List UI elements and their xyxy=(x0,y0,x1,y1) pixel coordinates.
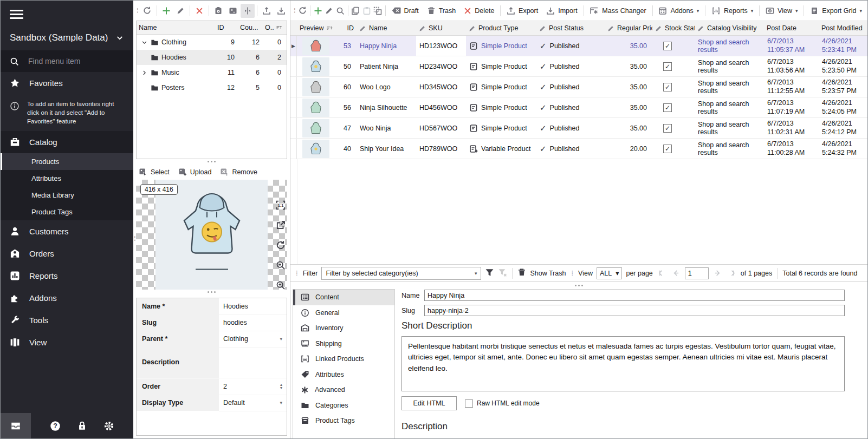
sidebar-item-customers[interactable]: Customers xyxy=(1,220,133,243)
addons-dropdown-button[interactable]: Addons▾ xyxy=(655,4,703,18)
clear-filter-icon[interactable] xyxy=(498,268,507,279)
horizontal-splitter[interactable] xyxy=(290,283,867,288)
sidebar-item-tools[interactable]: Tools xyxy=(1,309,133,331)
prop-slug-value[interactable]: hoodies xyxy=(219,314,287,331)
toolbar-grip[interactable]: ⁞ xyxy=(569,269,574,277)
sku-inline-editor[interactable]: HD123WOO xyxy=(416,36,466,56)
tab-linked-products[interactable]: Linked Products xyxy=(293,351,394,367)
sidebar-item-products[interactable]: Products xyxy=(1,153,133,170)
sidebar-item-catalog[interactable]: Catalog xyxy=(1,131,133,153)
first-page-icon[interactable] xyxy=(657,270,667,277)
select-image-button[interactable]: Select xyxy=(139,168,170,176)
stock-checkbox[interactable]: ✓ xyxy=(663,103,672,112)
image-adjust-button[interactable] xyxy=(226,4,240,18)
settings-button[interactable] xyxy=(103,421,114,431)
panel-grip[interactable]: ⁞ xyxy=(134,234,136,243)
category-row-music[interactable]: Music 11 6 0 xyxy=(137,65,287,80)
horizontal-splitter[interactable] xyxy=(133,159,290,165)
refresh-button[interactable] xyxy=(140,4,154,18)
refresh-products-button[interactable] xyxy=(297,4,308,18)
toolbar-grip[interactable]: ⁞ xyxy=(135,6,140,15)
view-dropdown-button[interactable]: View▾ xyxy=(762,4,801,18)
product-row-happy-ninja[interactable]: ▶ 53 Happy Ninja HD123WOO Simple Product… xyxy=(290,36,867,56)
copy-button[interactable] xyxy=(350,4,361,18)
product-row-ninja-silhouette[interactable]: 56 Ninja Silhouette HD456WOO Simple Prod… xyxy=(290,97,867,118)
product-row-woo-ninja[interactable]: 47 Woo Ninja HD567WOO Simple Product ✓Pu… xyxy=(290,118,867,139)
edit-product-button[interactable] xyxy=(323,4,334,18)
category-filter-dropdown[interactable]: Filter by selected category(ies)▾ xyxy=(321,267,481,280)
download-image-button[interactable] xyxy=(274,4,288,18)
stock-checkbox[interactable]: ✓ xyxy=(663,83,672,91)
tab-general[interactable]: General xyxy=(293,305,394,321)
remove-image-button[interactable]: Remove xyxy=(220,168,257,176)
tab-product-tags[interactable]: Product Tags xyxy=(293,413,394,429)
category-row-posters[interactable]: Posters 12 5 0 xyxy=(137,80,287,95)
col-count[interactable]: Cou... xyxy=(238,24,263,31)
spinner-icon[interactable]: ▴▾ xyxy=(280,383,282,390)
tab-advanced[interactable]: Advanced xyxy=(293,382,394,398)
product-row-woo-logo[interactable]: 60 Woo Logo HD345WOO Simple Product ✓Pub… xyxy=(290,77,867,97)
stock-checkbox[interactable]: ✓ xyxy=(663,62,672,71)
sidebar-item-product-tags[interactable]: Product Tags xyxy=(1,204,133,220)
duplicate-button[interactable] xyxy=(372,4,383,18)
help-button[interactable]: ? xyxy=(50,421,61,431)
prev-page-icon[interactable] xyxy=(671,270,681,277)
upload-image-button-2[interactable]: Upload xyxy=(178,168,212,176)
sidebar-item-view[interactable]: View xyxy=(1,331,133,353)
export-button[interactable]: Export xyxy=(503,4,542,18)
tab-shipping[interactable]: Shipping xyxy=(293,336,394,352)
products-grid-header[interactable]: Preview ID Name SKU Product Type Post St… xyxy=(290,21,867,36)
product-name-input[interactable] xyxy=(424,290,845,301)
preview-clipboard-button[interactable] xyxy=(211,4,225,18)
prop-display-type-value[interactable]: Default▾ xyxy=(219,395,287,411)
archive-button[interactable] xyxy=(1,413,31,438)
add-category-button[interactable] xyxy=(159,4,173,18)
raw-html-checkbox[interactable] xyxy=(465,399,473,408)
next-page-icon[interactable] xyxy=(712,270,723,277)
last-page-icon[interactable] xyxy=(727,270,737,277)
tab-inventory[interactable]: Inventory xyxy=(293,320,394,336)
product-row-ship-your-idea[interactable]: 40 Ship Your Idea HD789WOO Variable Prod… xyxy=(290,139,867,159)
draft-button[interactable]: Draft xyxy=(388,4,423,18)
sidebar-item-reports[interactable]: Reports xyxy=(1,265,133,287)
sidebar-item-media-library[interactable]: Media Library xyxy=(1,187,133,204)
col-name[interactable]: Name xyxy=(137,24,215,31)
tab-content[interactable]: Content xyxy=(293,290,394,305)
product-slug-input[interactable] xyxy=(424,305,845,316)
show-trash-icon[interactable] xyxy=(517,268,526,278)
prop-order-value[interactable]: 2▴▾ xyxy=(219,378,287,395)
sidebar-item-addons[interactable]: Addons xyxy=(1,287,133,309)
short-description-editor[interactable]: Pellentesque habitant morbi tristique se… xyxy=(401,336,845,391)
col-order[interactable]: O.. xyxy=(263,24,284,31)
import-button[interactable]: Import xyxy=(542,4,581,18)
mass-changer-button[interactable]: Mass Changer xyxy=(586,4,650,18)
product-row-patient-ninja[interactable]: 50 Patient Ninja HD234WOO Simple Product… xyxy=(290,56,867,77)
page-number-input[interactable] xyxy=(685,267,709,279)
trash-button[interactable]: Trash xyxy=(423,4,460,18)
tab-categories[interactable]: Categories xyxy=(293,398,394,414)
store-selector[interactable]: Sandbox (Sample Data) xyxy=(1,24,133,50)
col-id[interactable]: ID xyxy=(215,24,238,31)
lock-button[interactable] xyxy=(77,421,87,431)
search-input[interactable] xyxy=(27,56,114,66)
zoom-out-button[interactable] xyxy=(275,279,287,291)
stock-checkbox[interactable]: ✓ xyxy=(663,124,672,133)
stock-checkbox[interactable]: ✓ xyxy=(663,42,672,50)
prop-name-value[interactable]: Hoodies xyxy=(219,298,287,315)
apply-filter-icon[interactable] xyxy=(485,268,494,279)
category-tree-header[interactable]: Name ID Cou... O.. xyxy=(137,21,287,35)
reports-dropdown-button[interactable]: Reports▾ xyxy=(708,4,757,18)
export-grid-dropdown-button[interactable]: Export Grid▾ xyxy=(806,4,866,18)
chevron-expanded-icon[interactable] xyxy=(140,40,148,45)
sidebar-item-attributes[interactable]: Attributes xyxy=(1,170,133,187)
delete-button[interactable]: Delete xyxy=(460,4,498,18)
prop-parent-value[interactable]: Clothing▾ xyxy=(219,331,287,348)
sidebar-item-orders[interactable]: Orders xyxy=(1,243,133,265)
tab-attributes[interactable]: Attributes xyxy=(293,367,394,383)
search-products-button[interactable] xyxy=(335,4,346,18)
zoom-in-button[interactable] xyxy=(275,259,287,271)
category-row-hoodies[interactable]: Hoodies 10 6 2 xyxy=(137,50,287,65)
delete-category-button[interactable] xyxy=(192,4,206,18)
toolbar-grip[interactable]: ⁞ xyxy=(292,6,297,15)
split-view-button[interactable] xyxy=(241,4,255,18)
